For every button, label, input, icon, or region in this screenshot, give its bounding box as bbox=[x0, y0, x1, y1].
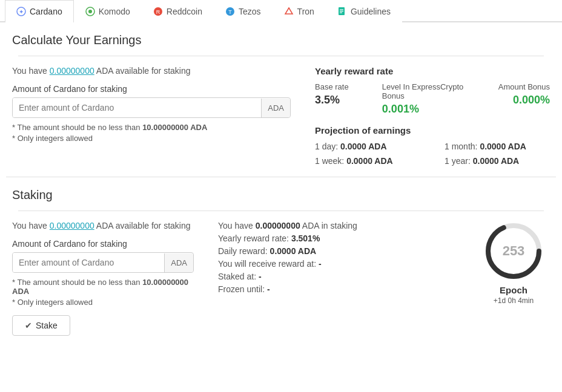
calculate-left: You have 0.00000000 ADA available for st… bbox=[12, 66, 291, 166]
tab-bar: ✦ Cardano Komodo R Reddcoin T Tezos Tron… bbox=[0, 0, 562, 22]
daily-reward-value: 0.0000 ADA bbox=[270, 246, 317, 256]
svg-marker-8 bbox=[285, 8, 293, 14]
bonus-label: Amount Bonus bbox=[483, 82, 550, 91]
tab-tezos[interactable]: T Tezos bbox=[214, 0, 273, 22]
level-label: Level In ExpressCrypto Bonus bbox=[382, 82, 483, 100]
calc-input-wrapper: ADA bbox=[12, 97, 291, 118]
projection-title: Projection of earnings bbox=[315, 125, 550, 136]
in-staking-amount: 0.00000000 bbox=[256, 221, 300, 230]
stake-button[interactable]: ✔ Stake bbox=[12, 315, 70, 336]
base-rate-label: Base rate bbox=[315, 82, 382, 91]
staking-amount-input[interactable] bbox=[13, 253, 164, 272]
calc-hint1-amount: 10.00000000 ADA bbox=[142, 123, 207, 132]
staked-at-row: Staked at: - bbox=[218, 272, 459, 281]
in-staking-row: You have 0.00000000 ADA in staking bbox=[218, 221, 459, 230]
calc-available-currency: ADA bbox=[96, 66, 113, 76]
projection-grid: 1 day: 0.0000 ADA 1 month: 0.0000 ADA 1 … bbox=[315, 142, 550, 166]
calc-available-amount[interactable]: 0.00000000 bbox=[50, 66, 94, 76]
staking-hint1: * The amount should be no less than 10.0… bbox=[12, 278, 200, 296]
tab-guidelines[interactable]: Guidelines bbox=[326, 0, 402, 22]
epoch-sub: +1d 0h 4min bbox=[494, 296, 534, 305]
epoch-section: 253 Epoch +1d 0h 4min bbox=[477, 221, 550, 305]
calculate-title: Calculate Your Earnings bbox=[12, 33, 550, 47]
bonus-col: Amount Bonus 0.000% bbox=[483, 82, 550, 106]
calculate-section: Calculate Your Earnings You have 0.00000… bbox=[0, 22, 562, 177]
svg-text:T: T bbox=[228, 9, 232, 15]
proj-year-value: 0.0000 ADA bbox=[473, 156, 520, 166]
tab-tron-label: Tron bbox=[297, 7, 314, 16]
epoch-label: Epoch bbox=[500, 285, 527, 295]
staking-input-wrapper: ADA bbox=[12, 252, 194, 273]
cardano-icon: ✦ bbox=[16, 7, 26, 16]
staked-at-value: - bbox=[259, 272, 262, 281]
daily-reward-row: Daily reward: 0.0000 ADA bbox=[218, 246, 459, 256]
tab-cardano[interactable]: ✦ Cardano bbox=[5, 0, 74, 22]
tab-reddcoin[interactable]: R Reddcoin bbox=[142, 0, 214, 22]
receive-value: - bbox=[319, 259, 322, 269]
staking-left: You have 0.00000000 ADA available for st… bbox=[12, 221, 200, 336]
bonus-value: 0.000% bbox=[483, 94, 550, 106]
calculate-right: Yearly reward rate Base rate 3.5% Level … bbox=[315, 66, 550, 166]
stake-button-label: Stake bbox=[36, 321, 58, 330]
calc-hint1: * The amount should be no less than 10.0… bbox=[12, 123, 291, 132]
calc-available-text: You have 0.00000000 ADA available for st… bbox=[12, 66, 291, 76]
staking-hint2: * Only integers allowed bbox=[12, 298, 200, 307]
epoch-circle: 253 bbox=[483, 221, 544, 281]
svg-point-3 bbox=[88, 10, 92, 13]
svg-text:R: R bbox=[156, 9, 160, 15]
check-icon: ✔ bbox=[25, 321, 32, 330]
calc-hint2: * Only integers allowed bbox=[12, 134, 291, 143]
base-rate-col: Base rate 3.5% bbox=[315, 82, 382, 106]
proj-week: 1 week: 0.0000 ADA bbox=[315, 156, 420, 166]
staking-input-suffix: ADA bbox=[164, 253, 193, 272]
level-col: Level In ExpressCrypto Bonus 0.001% bbox=[382, 82, 483, 116]
guidelines-icon bbox=[337, 7, 347, 16]
tron-icon bbox=[284, 7, 294, 16]
proj-month: 1 month: 0.0000 ADA bbox=[445, 142, 550, 151]
proj-year: 1 year: 0.0000 ADA bbox=[445, 156, 550, 166]
reward-title: Yearly reward rate bbox=[315, 66, 550, 76]
staking-available-amount[interactable]: 0.00000000 bbox=[50, 221, 94, 230]
svg-text:✦: ✦ bbox=[19, 8, 24, 15]
yearly-rate-row: Yearly reward rate: 3.501% bbox=[218, 234, 459, 243]
frozen-until-row: Frozen until: - bbox=[218, 284, 459, 294]
komodo-icon bbox=[85, 7, 95, 16]
tab-tezos-label: Tezos bbox=[239, 7, 261, 16]
tab-komodo[interactable]: Komodo bbox=[74, 0, 142, 22]
epoch-svg: 253 bbox=[483, 221, 544, 281]
level-value: 0.001% bbox=[382, 103, 483, 116]
staking-available-text: You have 0.00000000 ADA available for st… bbox=[12, 221, 200, 230]
proj-day: 1 day: 0.0000 ADA bbox=[315, 142, 420, 151]
tab-guidelines-label: Guidelines bbox=[351, 7, 391, 16]
epoch-number-text: 253 bbox=[503, 243, 525, 258]
yearly-rate-value: 3.501% bbox=[291, 234, 320, 243]
base-rate-value: 3.5% bbox=[315, 94, 382, 106]
tab-cardano-label: Cardano bbox=[30, 7, 62, 16]
calc-field-label: Amount of Cardano for staking bbox=[12, 84, 291, 94]
proj-day-value: 0.0000 ADA bbox=[340, 142, 387, 151]
proj-month-value: 0.0000 ADA bbox=[480, 142, 526, 151]
staking-available-currency: ADA bbox=[96, 221, 113, 230]
proj-week-value: 0.0000 ADA bbox=[346, 156, 393, 166]
staking-field-label: Amount of Cardano for staking bbox=[12, 239, 200, 249]
receive-row: You will receive reward at: - bbox=[218, 259, 459, 269]
tezos-icon: T bbox=[225, 7, 235, 16]
tab-reddcoin-label: Reddcoin bbox=[167, 7, 202, 16]
calc-input-suffix: ADA bbox=[261, 99, 290, 117]
staking-section: Staking You have 0.00000000 ADA availabl… bbox=[0, 177, 562, 347]
frozen-value: - bbox=[267, 284, 270, 294]
staking-mid: You have 0.00000000 ADA in staking Yearl… bbox=[218, 221, 459, 297]
tab-tron[interactable]: Tron bbox=[273, 0, 326, 22]
reddcoin-icon: R bbox=[153, 7, 163, 16]
tab-komodo-label: Komodo bbox=[99, 7, 130, 16]
staking-title: Staking bbox=[12, 188, 550, 202]
calc-amount-input[interactable] bbox=[13, 98, 261, 117]
